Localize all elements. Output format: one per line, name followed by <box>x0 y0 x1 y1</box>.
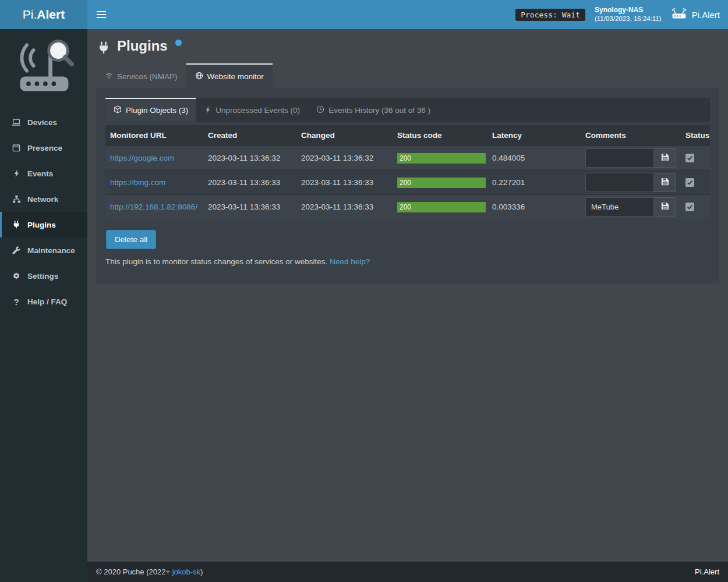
sidebar-item-maintenance[interactable]: Maintenance <box>0 237 87 263</box>
created-cell: 2023-03-11 13:36:33 <box>203 195 296 219</box>
comment-input[interactable] <box>585 148 654 168</box>
status-checkbox[interactable] <box>685 154 694 162</box>
sidebar-item-devices[interactable]: Devices <box>0 109 87 135</box>
comment-input[interactable] <box>585 173 654 192</box>
monitored-url-cell: https://bing.com <box>105 171 203 195</box>
plugin-table-body: https://google.com 2023-03-11 13:36:32 2… <box>105 146 710 219</box>
delete-all-button[interactable]: Delete all <box>106 230 156 249</box>
save-comment-button[interactable] <box>654 173 676 192</box>
plugin-type-tabs: Services (NMAP) Website monitor <box>96 63 719 88</box>
tab-plugin-objects[interactable]: Plugin Objects (3) <box>105 98 196 122</box>
gear-icon <box>11 272 22 280</box>
navbar-app-link[interactable]: Pi.Alert <box>671 8 720 22</box>
brand-pi-text: Pi. <box>23 8 37 22</box>
status-code-cell: 200 <box>393 146 487 171</box>
monitored-url-link[interactable]: http://192.168.1.82:8086/ <box>110 203 197 211</box>
page-title: Plugins <box>117 38 168 54</box>
top-navbar: Pi.Alert Process: Wait Synology-NAS (11/… <box>0 0 728 29</box>
status-checkbox[interactable] <box>685 178 694 187</box>
tab-label: Events History (36 out of 36 ) <box>328 106 430 115</box>
save-comment-button[interactable] <box>654 148 676 168</box>
comments-cell <box>581 171 681 195</box>
sidebar-item-help-faq[interactable]: ? Help / FAQ <box>0 289 87 314</box>
copyright-suffix: ) <box>200 567 203 576</box>
comment-input[interactable] <box>585 197 654 217</box>
plugin-description-row: This plugin is to monitor status changes… <box>105 257 710 266</box>
monitored-url-cell: https://google.com <box>105 146 203 171</box>
host-info: Synology-NAS (11/03/2023, 16:24:11) <box>595 6 662 24</box>
table-header-row: Monitored URL Created Changed Status cod… <box>105 125 710 146</box>
table-row: http://192.168.1.82:8086/ 2023-03-11 13:… <box>105 195 710 219</box>
created-cell: 2023-03-11 13:36:33 <box>203 171 296 195</box>
website-monitor-panel: Plugin Objects (3) Unprocessed Events (0… <box>96 88 719 283</box>
status-code-bar: 200 <box>397 153 486 164</box>
sidebar: Devices Presence Events Network Plugins <box>0 29 87 582</box>
changed-cell: 2023-03-11 13:36:33 <box>296 195 393 219</box>
col-comments: Comments <box>581 125 681 146</box>
sidebar-item-label: Plugins <box>27 221 56 229</box>
hamburger-icon <box>97 11 106 18</box>
main-content: Plugins Services (NMAP) Website monitor … <box>87 29 728 283</box>
bolt-icon <box>204 106 211 115</box>
brand-logo[interactable]: Pi.Alert <box>0 0 87 29</box>
monitored-url-cell: http://192.168.1.82:8086/ <box>105 195 203 219</box>
plugin-objects-table: Monitored URL Created Changed Status cod… <box>105 125 710 219</box>
app-logo <box>0 29 87 109</box>
sitemap-icon <box>11 195 22 203</box>
bolt-icon <box>11 169 22 178</box>
sidebar-item-network[interactable]: Network <box>0 186 87 212</box>
latency-cell: 0.484005 <box>487 146 581 171</box>
tab-services-nmap[interactable]: Services (NMAP) <box>96 63 186 88</box>
plug-icon <box>11 221 22 229</box>
calendar-icon <box>11 144 22 152</box>
plugins-info-badge[interactable] <box>175 40 182 46</box>
router-icon <box>671 8 687 22</box>
save-icon <box>661 202 669 212</box>
sidebar-item-plugins[interactable]: Plugins <box>0 212 87 237</box>
tab-events-history[interactable]: Events History (36 out of 36 ) <box>308 98 439 122</box>
brand-alert-text: Alert <box>37 8 65 22</box>
changed-cell: 2023-03-11 13:36:32 <box>296 146 393 171</box>
col-status: Status <box>681 125 710 146</box>
comments-cell <box>581 146 681 171</box>
plug-icon <box>97 41 110 56</box>
save-comment-button[interactable] <box>654 197 676 217</box>
navbar-app-label: Pi.Alert <box>692 10 720 20</box>
save-icon <box>661 178 669 187</box>
clock-icon <box>316 105 324 115</box>
need-help-link[interactable]: Need help? <box>330 257 370 266</box>
services-icon <box>105 72 113 81</box>
changed-cell: 2023-03-11 13:36:33 <box>296 171 393 195</box>
table-row: https://google.com 2023-03-11 13:36:32 2… <box>105 146 710 171</box>
status-code-cell: 200 <box>393 171 487 195</box>
comment-group <box>585 173 676 192</box>
col-latency: Latency <box>487 125 581 146</box>
status-cell <box>681 146 710 171</box>
sidebar-toggle-button[interactable] <box>87 0 115 29</box>
comment-group <box>585 197 676 217</box>
question-icon: ? <box>11 297 22 307</box>
tab-unprocessed-events[interactable]: Unprocessed Events (0) <box>196 98 308 122</box>
navbar-right: Process: Wait Synology-NAS (11/03/2023, … <box>515 6 728 24</box>
sidebar-item-settings[interactable]: Settings <box>0 263 87 289</box>
tab-label: Unprocessed Events (0) <box>215 106 300 115</box>
status-checkbox[interactable] <box>685 203 694 211</box>
status-cell <box>681 195 710 219</box>
latency-cell: 0.227201 <box>487 171 581 195</box>
sidebar-item-label: Settings <box>27 272 58 281</box>
status-code-bar: 200 <box>397 178 486 188</box>
save-icon <box>661 153 669 163</box>
monitored-url-link[interactable]: https://bing.com <box>110 178 165 187</box>
host-timestamp: (11/03/2023, 16:24:11) <box>595 15 662 23</box>
sidebar-item-presence[interactable]: Presence <box>0 135 87 161</box>
author-link[interactable]: jokob-sk <box>172 567 200 576</box>
monitored-url-link[interactable]: https://google.com <box>110 154 174 162</box>
sidebar-item-label: Maintenance <box>27 246 75 255</box>
col-status-code: Status code <box>393 125 487 146</box>
sidebar-item-events[interactable]: Events <box>0 161 87 186</box>
sidebar-item-label: Devices <box>27 118 57 127</box>
cube-icon <box>114 105 122 115</box>
table-row: https://bing.com 2023-03-11 13:36:33 202… <box>105 171 710 195</box>
sidebar-item-label: Network <box>27 195 58 204</box>
tab-website-monitor[interactable]: Website monitor <box>186 63 273 88</box>
